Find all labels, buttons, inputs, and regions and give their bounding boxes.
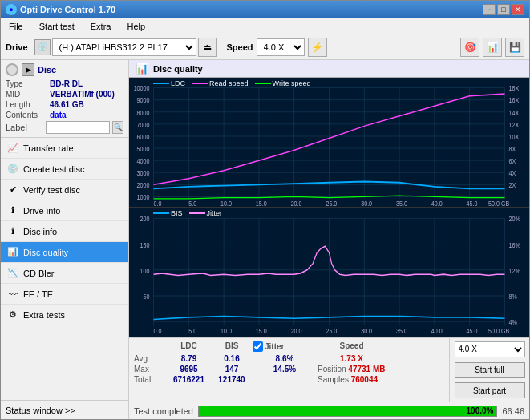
legend-read-speed-label: Read speed xyxy=(209,79,249,87)
disc-length-val: 46.61 GB xyxy=(50,100,84,109)
svg-text:18X: 18X xyxy=(509,85,520,93)
eject-button[interactable]: ⏏ xyxy=(198,38,217,57)
title-bar: ● Opti Drive Control 1.70 − □ ✕ xyxy=(1,1,529,18)
position-val: 47731 MB xyxy=(348,365,385,374)
sidebar-item-drive-info[interactable]: ℹ Drive info xyxy=(1,200,128,221)
bottom-bar: Test completed 100.0% 66:46 xyxy=(129,402,529,419)
svg-text:6000: 6000 xyxy=(137,133,150,141)
legend-bis-color xyxy=(153,212,169,214)
svg-text:4%: 4% xyxy=(509,317,518,326)
progress-bar-fill xyxy=(199,406,496,416)
disc-length-row: Length 46.61 GB xyxy=(6,100,123,109)
svg-text:16X: 16X xyxy=(509,97,520,105)
progress-text: 100.0% xyxy=(467,406,494,416)
status-window-button[interactable]: Status window >> xyxy=(1,400,128,419)
app-icon: ● xyxy=(6,4,17,15)
svg-text:40.0: 40.0 xyxy=(431,326,443,335)
test-speed-select[interactable]: 4.0 X xyxy=(455,341,525,357)
main-area: ▶ Disc Type BD-R DL MID VERBATIMf (000) … xyxy=(1,60,529,419)
status-window-label: Status window >> xyxy=(6,406,75,415)
chart-header: 📊 Disc quality xyxy=(129,60,529,78)
top-chart-svg: 10000 9000 8000 7000 6000 5000 4000 3000… xyxy=(129,78,529,207)
toolbar: Drive 💿 (H:) ATAPI iHBS312 2 PL17 ⏏ Spee… xyxy=(1,34,529,60)
jitter-check-container: Jitter xyxy=(253,341,317,352)
menu-start-test[interactable]: Start test xyxy=(34,20,79,33)
disc-mid-label: MID xyxy=(6,90,50,99)
svg-text:20.0: 20.0 xyxy=(291,200,302,207)
legend-ldc-color xyxy=(153,83,169,84)
svg-text:35.0: 35.0 xyxy=(396,200,407,207)
speed-select[interactable]: 4.0 X xyxy=(257,38,305,56)
legend-write-speed: Write speed xyxy=(255,79,311,87)
minimize-button[interactable]: − xyxy=(483,4,496,15)
drive-label: Drive xyxy=(6,42,28,52)
sidebar-item-transfer-rate[interactable]: 📈 Transfer rate xyxy=(1,138,128,159)
svg-text:5.0: 5.0 xyxy=(188,326,196,335)
chart-title: Disc quality xyxy=(153,64,203,74)
menu-extra[interactable]: Extra xyxy=(86,20,116,33)
btn1[interactable]: 🎯 xyxy=(460,38,479,57)
sidebar-item-disc-quality[interactable]: 📊 Disc quality xyxy=(1,242,128,263)
legend-ldc-label: LDC xyxy=(171,79,185,87)
sidebar: ▶ Disc Type BD-R DL MID VERBATIMf (000) … xyxy=(1,60,129,419)
svg-text:45.0: 45.0 xyxy=(467,200,478,207)
maximize-button[interactable]: □ xyxy=(497,4,510,15)
position-container: Position 47731 MB xyxy=(318,365,386,374)
svg-text:8X: 8X xyxy=(509,145,516,153)
top-chart: LDC Read speed Write speed xyxy=(129,78,529,208)
disc-contents-val: data xyxy=(50,111,67,119)
row-avg-speed: 1.73 X xyxy=(318,354,386,363)
progress-bar: 100.0% xyxy=(198,406,497,417)
sidebar-item-disc-info[interactable]: ℹ Disc info xyxy=(1,221,128,242)
svg-text:10000: 10000 xyxy=(134,85,150,93)
chart-header-icon: 📊 xyxy=(136,63,148,75)
start-full-button[interactable]: Start full xyxy=(455,362,525,378)
svg-text:4000: 4000 xyxy=(137,157,150,165)
disc-icon xyxy=(6,63,18,76)
row-avg-bis: 0.16 xyxy=(212,354,252,363)
sidebar-item-create-test-disc[interactable]: 💿 Create test disc xyxy=(1,159,128,180)
sidebar-item-verify-test-disc[interactable]: ✔ Verify test disc xyxy=(1,180,128,200)
window-title: Opti Drive Control 1.70 xyxy=(20,5,115,14)
svg-text:14X: 14X xyxy=(509,109,520,117)
row-max-label: Max xyxy=(134,365,166,374)
svg-text:100: 100 xyxy=(140,266,150,275)
drive-select[interactable]: (H:) ATAPI iHBS312 2 PL17 xyxy=(52,38,196,56)
row-max-jitter: 14.5% xyxy=(253,365,317,374)
disc-label-btn[interactable]: 🔍 xyxy=(112,121,123,134)
svg-text:150: 150 xyxy=(140,240,150,249)
close-button[interactable]: ✕ xyxy=(512,4,524,15)
disc-header: ▶ Disc xyxy=(6,63,123,76)
svg-text:0.0: 0.0 xyxy=(154,326,162,335)
row-avg-ldc: 8.79 xyxy=(167,354,211,363)
start-part-button[interactable]: Start part xyxy=(455,382,525,398)
svg-text:30.0: 30.0 xyxy=(361,200,372,207)
col-jitter: Jitter xyxy=(265,342,284,351)
sidebar-item-fe-te[interactable]: 〰 FE / TE xyxy=(1,284,128,305)
jitter-checkbox[interactable] xyxy=(253,341,263,352)
svg-text:50: 50 xyxy=(144,292,150,301)
disc-length-label: Length xyxy=(6,100,50,109)
svg-text:30.0: 30.0 xyxy=(361,326,372,335)
row-avg-label: Avg xyxy=(134,354,166,363)
svg-text:25.0: 25.0 xyxy=(326,200,337,207)
svg-text:12%: 12% xyxy=(509,266,521,275)
menu-file[interactable]: File xyxy=(4,20,28,33)
menu-help[interactable]: Help xyxy=(122,20,150,33)
verify-test-disc-icon: ✔ xyxy=(7,184,18,196)
btn3[interactable]: 💾 xyxy=(505,38,524,57)
row-max-ldc: 9695 xyxy=(167,365,211,374)
drive-info-icon: ℹ xyxy=(7,205,18,216)
disc-panel: ▶ Disc Type BD-R DL MID VERBATIMf (000) … xyxy=(1,60,128,138)
disc-type-val: BD-R DL xyxy=(50,79,83,88)
disc-label-input[interactable] xyxy=(46,121,110,134)
svg-text:50.0 GB: 50.0 GB xyxy=(488,326,510,335)
btn2[interactable]: 📊 xyxy=(483,38,502,57)
disc-title: Disc xyxy=(38,65,56,75)
sidebar-item-extra-tests[interactable]: ⚙ Extra tests xyxy=(1,305,128,325)
sidebar-item-cd-bler[interactable]: 📉 CD Bler xyxy=(1,263,128,284)
svg-text:6X: 6X xyxy=(509,157,516,165)
stats-table: LDC BIS Jitter Speed Avg 8.79 0.16 8.6% xyxy=(129,338,449,402)
svg-text:5.0: 5.0 xyxy=(188,200,196,207)
speed-btn[interactable]: ⚡ xyxy=(308,38,327,57)
